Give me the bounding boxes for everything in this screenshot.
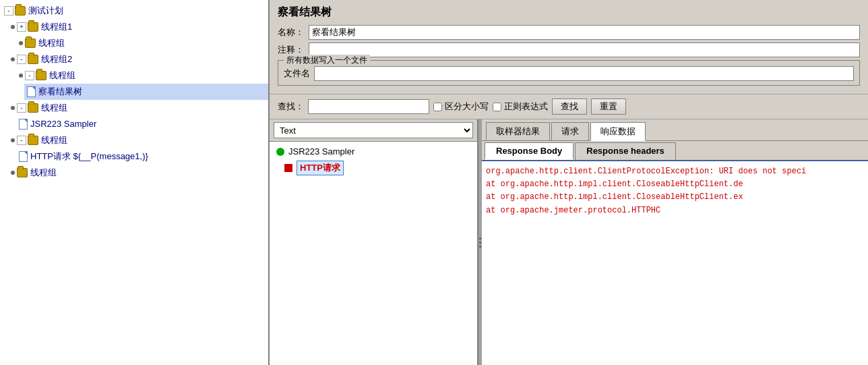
case-label: 区分大小写 — [445, 101, 489, 113]
file-input[interactable] — [314, 66, 854, 81]
dot-group6 — [11, 138, 15, 142]
file-icon-jsr223 — [19, 119, 28, 130]
file-icon-http-req — [19, 151, 28, 162]
tree-label-group5: 线程组 — [41, 101, 67, 115]
dot-group1 — [11, 25, 15, 29]
form-area: 察看结果树 名称： 注释： 所有数据写入一个文件 文件名 — [270, 0, 868, 94]
error-line-1: org.apache.http.client.ClientProtocolExc… — [486, 167, 806, 176]
folder-icon-root — [15, 6, 26, 16]
tree-label-http-req: HTTP请求 ${__P(message1,)} — [30, 150, 148, 163]
list-item-label-http: HTTP请求 — [297, 161, 344, 175]
tree-label-jsr223: JSR223 Sampler — [30, 117, 96, 131]
tree-item-group5[interactable]: - 线程组 — [8, 100, 268, 116]
tree-item-group1[interactable]: + 线程组1 — [8, 19, 268, 35]
tab-response-data[interactable]: 响应数据 — [590, 122, 646, 141]
tree-label-group4-sub: 线程组 — [49, 69, 75, 82]
tree-item-group2-sub[interactable]: 线程组 — [16, 35, 268, 51]
error-line-3: at org.apache.http.impl.client.Closeable… — [486, 192, 743, 202]
form-name-row: 名称： — [278, 25, 860, 40]
file-row: 文件名 — [284, 66, 854, 81]
splitter-dot-2 — [479, 242, 481, 244]
comment-input[interactable] — [309, 43, 860, 57]
search-label: 查找： — [278, 101, 304, 113]
search-bar: 查找： 区分大小写 正则表达式 查找 重置 — [270, 94, 868, 119]
list-item-http[interactable]: HTTP请求 — [272, 159, 474, 177]
list-item-label-jsr223: JSR223 Sampler — [288, 146, 354, 157]
folder-icon-group1 — [28, 22, 38, 32]
folder-icon-group4 — [36, 71, 46, 80]
dot-group3 — [11, 57, 15, 61]
view-dropdown[interactable]: Text RegExp Tester CSS/JQuery Tester XPa… — [274, 122, 473, 138]
right-panel: 察看结果树 名称： 注释： 所有数据写入一个文件 文件名 查找： 区分大小写 正… — [270, 0, 868, 365]
splitter-dots — [479, 237, 481, 248]
results-area: Text RegExp Tester CSS/JQuery Tester XPa… — [270, 119, 868, 365]
dot-group7 — [11, 171, 15, 175]
case-checkbox[interactable] — [433, 103, 442, 111]
regex-checkbox-group: 正则表达式 — [493, 101, 548, 113]
sub-tabs-bar: Response Body Response headers — [482, 141, 868, 161]
regex-label: 正则表达式 — [504, 101, 548, 113]
expand-icon-group1[interactable]: + — [17, 22, 26, 32]
tree-panel: - 测试计划 + 线程组1 线程组 - 线程组2 - 线程组 察看结果树 - 线… — [0, 0, 270, 365]
tree-label-view-tree: 察看结果树 — [38, 85, 82, 99]
tree-item-group7[interactable]: 线程组 — [8, 165, 268, 181]
tab-request[interactable]: 请求 — [551, 122, 589, 140]
reset-button[interactable]: 重置 — [591, 99, 626, 115]
tree-label-group3: 线程组2 — [41, 53, 72, 66]
form-title: 察看结果树 — [278, 5, 860, 20]
expand-icon-group5[interactable]: - — [17, 103, 26, 113]
expand-icon-group3[interactable]: - — [17, 55, 26, 64]
case-checkbox-group: 区分大小写 — [433, 101, 489, 113]
splitter-dot-3 — [479, 246, 481, 248]
folder-icon-group2 — [25, 38, 36, 48]
file-icon-view-tree — [27, 86, 36, 97]
main-tabs-bar: 取样器结果 请求 响应数据 — [482, 119, 868, 141]
tree-label-group1: 线程组1 — [41, 20, 72, 34]
list-panel: Text RegExp Tester CSS/JQuery Tester XPa… — [270, 119, 478, 365]
sub-tab-response-body[interactable]: Response Body — [485, 142, 574, 160]
tree-label-group2-sub: 线程组 — [38, 36, 65, 50]
tree-item-group6[interactable]: - 线程组 — [8, 132, 268, 148]
tree-label-group6: 线程组 — [41, 134, 67, 147]
tree-item-group3[interactable]: - 线程组2 — [8, 51, 268, 67]
dot-group4 — [19, 74, 23, 78]
folder-icon-group5 — [28, 103, 38, 113]
file-group-box: 所有数据写入一个文件 文件名 — [278, 60, 860, 86]
tab-sampler-result[interactable]: 取样器结果 — [486, 122, 550, 140]
sub-tab-response-headers[interactable]: Response headers — [575, 142, 676, 160]
status-err-icon — [284, 164, 292, 172]
list-item-jsr223[interactable]: JSR223 Sampler — [272, 144, 474, 159]
splitter-dot-1 — [479, 237, 481, 240]
name-label: 名称： — [278, 26, 305, 38]
tree-item-root[interactable]: - 测试计划 — [1, 3, 268, 19]
file-label: 文件名 — [284, 67, 310, 80]
group-box-title: 所有数据写入一个文件 — [284, 55, 370, 66]
expand-icon-group6[interactable]: - — [17, 136, 26, 145]
regex-checkbox[interactable] — [493, 103, 501, 111]
error-line-4: at org.apache.jmeter.protocol.HTTPHC — [486, 206, 660, 215]
folder-icon-group6 — [28, 136, 38, 145]
search-input[interactable] — [308, 99, 429, 114]
tree-item-view-tree[interactable]: 察看结果树 — [24, 84, 268, 100]
tree-item-group4-sub[interactable]: - 线程组 — [16, 67, 268, 84]
tree-item-jsr223[interactable]: JSR223 Sampler — [16, 116, 268, 132]
dot-group5 — [11, 106, 15, 110]
folder-icon-group7 — [17, 168, 28, 177]
find-button[interactable]: 查找 — [552, 99, 587, 115]
expand-icon-root[interactable]: - — [4, 6, 13, 16]
detail-panel: 取样器结果 请求 响应数据 Response Body Response hea… — [482, 119, 868, 365]
tree-item-http-req[interactable]: HTTP请求 ${__P(message1,)} — [16, 148, 268, 165]
folder-icon-group3 — [28, 55, 38, 64]
name-input[interactable] — [309, 25, 860, 40]
detail-content: org.apache.http.client.ClientProtocolExc… — [482, 161, 868, 365]
expand-icon-group4[interactable]: - — [25, 71, 34, 80]
dot-group2 — [19, 41, 23, 45]
tree-label-root: 测试计划 — [28, 4, 63, 18]
list-content: JSR223 Sampler HTTP请求 — [270, 142, 477, 365]
tree-label-group7: 线程组 — [30, 166, 57, 179]
list-header: Text RegExp Tester CSS/JQuery Tester XPa… — [270, 119, 477, 142]
error-line-2: at org.apache.http.impl.client.Closeable… — [486, 179, 743, 189]
status-ok-icon — [276, 148, 284, 156]
error-text-area: org.apache.http.client.ClientProtocolExc… — [486, 165, 864, 217]
